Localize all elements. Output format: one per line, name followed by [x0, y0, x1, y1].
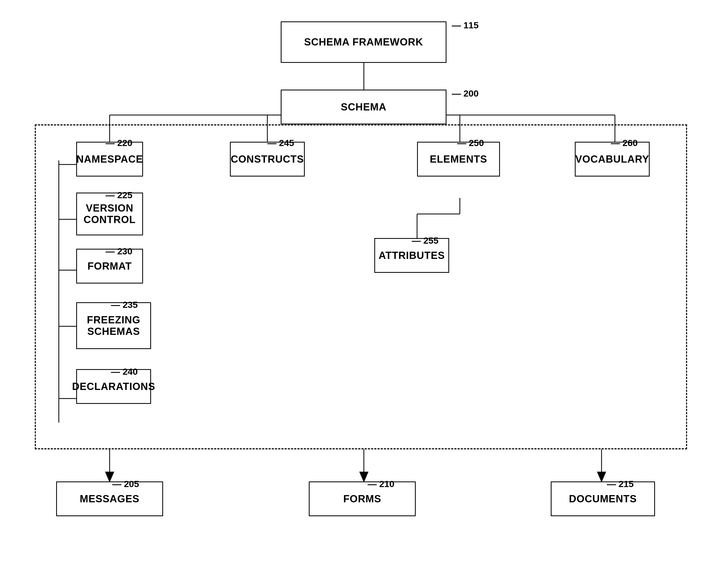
declarations-label: DECLARATIONS — [72, 381, 155, 393]
svg-marker-21 — [598, 472, 605, 481]
ref-205: — 205 — [112, 479, 139, 489]
svg-marker-19 — [360, 472, 368, 481]
ref-240: — 240 — [111, 367, 138, 377]
ref-255: — 255 — [412, 235, 439, 246]
ref-235: — 235 — [111, 300, 138, 310]
documents-label: DOCUMENTS — [569, 493, 637, 505]
namespace-label: NAMESPACE — [76, 153, 143, 165]
ref-260: — 260 — [611, 138, 638, 148]
elements-label: ELEMENTS — [430, 153, 487, 165]
schema-framework-label: SCHEMA FRAMEWORK — [304, 36, 423, 48]
format-label: FORMAT — [87, 260, 132, 272]
forms-box: FORMS — [309, 481, 416, 516]
attributes-label: ATTRIBUTES — [379, 250, 445, 261]
version-control-label: VERSION CONTROL — [84, 202, 136, 225]
schema-box: SCHEMA — [281, 90, 446, 124]
vocabulary-label: VOCABULARY — [575, 153, 649, 165]
ref-220: — 220 — [106, 138, 132, 148]
messages-label: MESSAGES — [80, 493, 139, 505]
ref-215: — 215 — [607, 479, 634, 489]
forms-label: FORMS — [343, 493, 381, 505]
ref-250: — 250 — [457, 138, 484, 148]
ref-210: — 210 — [368, 479, 394, 489]
ref-200: — 200 — [452, 88, 478, 99]
ref-225: — 225 — [106, 190, 132, 200]
messages-box: MESSAGES — [56, 481, 163, 516]
ref-115: — 115 — [452, 20, 478, 30]
freezing-schemas-label: FREEZING SCHEMAS — [87, 314, 140, 337]
ref-245: — 245 — [267, 138, 294, 148]
schema-label: SCHEMA — [341, 101, 387, 113]
ref-230: — 230 — [106, 246, 132, 256]
documents-box: DOCUMENTS — [551, 481, 655, 516]
constructs-label: CONSTRUCTS — [231, 153, 304, 165]
schema-framework-box: SCHEMA FRAMEWORK — [281, 21, 446, 63]
